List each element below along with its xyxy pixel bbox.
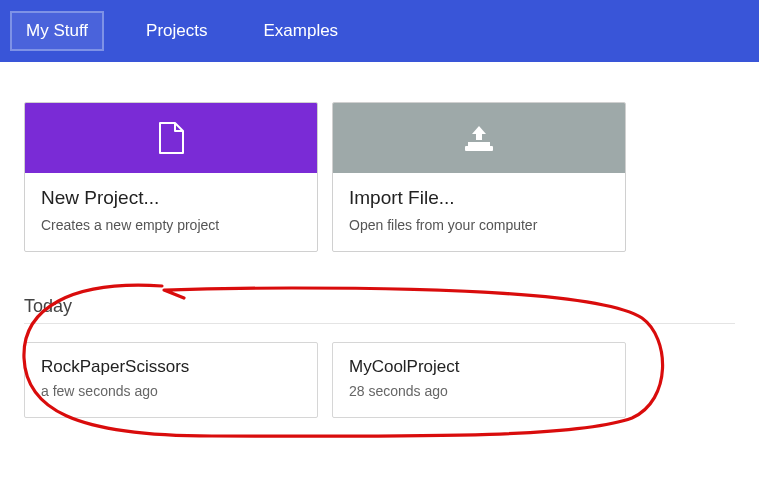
tab-projects[interactable]: Projects xyxy=(132,13,221,49)
project-row: RockPaperScissors a few seconds ago MyCo… xyxy=(24,342,735,418)
project-card[interactable]: RockPaperScissors a few seconds ago xyxy=(24,342,318,418)
project-time: 28 seconds ago xyxy=(349,383,609,399)
tab-my-stuff[interactable]: My Stuff xyxy=(10,11,104,51)
import-file-card-body: Import File... Open files from your comp… xyxy=(333,173,625,251)
import-file-card-header xyxy=(333,103,625,173)
import-file-card[interactable]: Import File... Open files from your comp… xyxy=(332,102,626,252)
svg-rect-0 xyxy=(468,142,490,146)
svg-rect-1 xyxy=(465,146,493,151)
new-project-card-body: New Project... Creates a new empty proje… xyxy=(25,173,317,251)
import-file-title: Import File... xyxy=(349,187,609,209)
topbar: My Stuff Projects Examples xyxy=(0,0,759,62)
new-project-title: New Project... xyxy=(41,187,301,209)
project-name: MyCoolProject xyxy=(349,357,609,377)
project-name: RockPaperScissors xyxy=(41,357,301,377)
tab-examples[interactable]: Examples xyxy=(249,13,352,49)
import-file-desc: Open files from your computer xyxy=(349,217,609,233)
file-icon xyxy=(158,122,184,154)
section-label-today: Today xyxy=(24,296,735,324)
upload-icon xyxy=(462,124,496,152)
action-card-row: New Project... Creates a new empty proje… xyxy=(24,102,735,252)
new-project-card-header xyxy=(25,103,317,173)
project-card[interactable]: MyCoolProject 28 seconds ago xyxy=(332,342,626,418)
new-project-card[interactable]: New Project... Creates a new empty proje… xyxy=(24,102,318,252)
content-area: New Project... Creates a new empty proje… xyxy=(0,62,759,418)
new-project-desc: Creates a new empty project xyxy=(41,217,301,233)
project-time: a few seconds ago xyxy=(41,383,301,399)
